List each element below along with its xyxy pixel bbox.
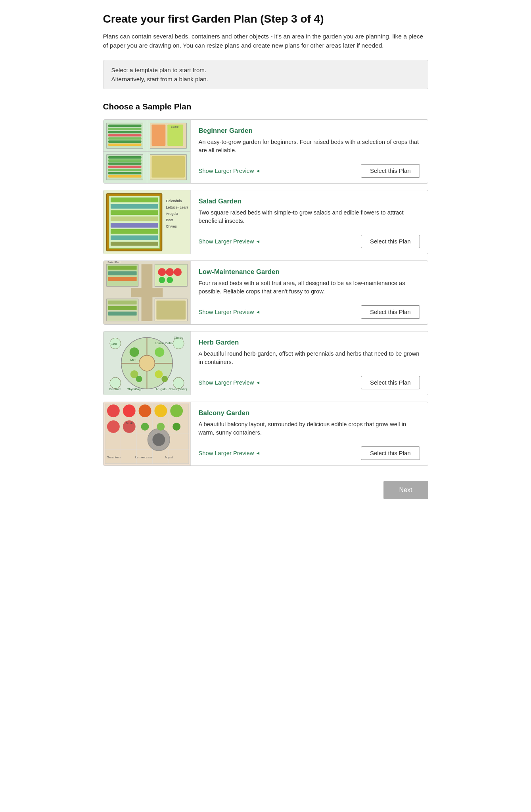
show-preview-lowmaint[interactable]: Show Larger Preview [199,309,261,315]
svg-point-50 [166,268,174,276]
svg-rect-23 [151,156,185,177]
svg-rect-21 [108,175,141,177]
show-preview-balcony[interactable]: Show Larger Preview [199,450,261,456]
plan-desc-beginner: An easy-to-grow garden for beginners. Fo… [199,138,420,155]
select-plan-beginner[interactable]: Select this Plan [361,164,420,178]
svg-text:Cilantro: Cilantro [174,336,183,339]
svg-text:Basil: Basil [125,421,132,425]
svg-rect-47 [108,277,136,281]
svg-text:Lettuce (Leaf): Lettuce (Leaf) [166,205,188,209]
plan-actions-beginner: Show Larger Preview Select this Plan [199,164,420,178]
svg-rect-30 [110,210,157,215]
svg-rect-10 [108,144,141,146]
plan-card-lowmaint: Salad Bed Low-Maintenance Garden Four ra… [103,260,428,325]
plan-thumbnail-salad: Calendula Lettuce (Leaf) Arugula Beet Ch… [104,190,191,254]
svg-rect-57 [108,311,136,315]
svg-point-103 [141,423,149,431]
plan-desc-herb: A beautiful round herb-garden, offset wi… [199,350,420,367]
info-line-1: Select a template plan to start from. [111,67,420,73]
plan-thumbnail-herb: Mint Lemon Balm Thyme Sage Arugula Basil [104,331,191,395]
plan-actions-salad: Show Larger Preview Select this Plan [199,235,420,248]
select-plan-balcony[interactable]: Select this Plan [361,446,420,460]
plan-thumbnail-beginner: Scale [104,120,191,183]
svg-rect-9 [108,140,141,143]
info-box: Select a template plan to start from. Al… [103,60,428,89]
svg-rect-45 [108,266,136,270]
svg-point-98 [170,404,183,417]
svg-rect-12 [151,124,165,146]
svg-rect-29 [110,204,157,209]
svg-rect-8 [108,137,141,140]
svg-point-97 [154,404,167,417]
next-button[interactable]: Next [383,481,428,499]
plan-title-balcony: Balcony Garden [199,409,420,417]
plan-thumbnail-balcony: Geranium Lemongrass Agast... Basil [104,402,191,465]
plan-actions-balcony: Show Larger Preview Select this Plan [199,446,420,460]
plan-content-balcony: Balcony Garden A beautiful balcony layou… [191,402,428,465]
svg-text:Chives (Garlic): Chives (Garlic) [169,387,187,391]
svg-rect-55 [108,300,136,304]
svg-point-71 [136,375,142,382]
select-plan-herb[interactable]: Select this Plan [361,376,420,389]
svg-text:Salad Bed: Salad Bed [107,261,120,264]
svg-text:Beet: Beet [166,218,173,222]
plan-title-herb: Herb Garden [199,339,420,347]
svg-rect-32 [110,223,157,228]
plan-title-beginner: Beginner Garden [199,127,420,135]
svg-rect-15 [108,156,141,158]
svg-point-80 [173,377,184,388]
show-preview-salad[interactable]: Show Larger Preview [199,238,261,245]
svg-point-68 [155,347,164,357]
svg-point-78 [173,338,184,349]
svg-text:Lemon Balm: Lemon Balm [155,341,173,345]
plan-content-herb: Herb Garden A beautiful round herb-garde… [191,331,428,395]
svg-rect-19 [108,169,141,171]
footer-bar: Next [103,477,428,499]
svg-rect-43 [141,264,152,321]
plan-title-lowmaint: Low-Maintenance Garden [199,268,420,276]
svg-rect-4 [108,124,141,127]
svg-text:Geranium: Geranium [106,455,120,459]
svg-point-51 [174,268,182,276]
intro-text: Plans can contain several beds, containe… [103,32,428,50]
svg-text:Arugula: Arugula [166,212,178,216]
svg-text:Basil: Basil [110,343,117,345]
info-line-2: Alternatively, start from a blank plan. [111,76,420,82]
show-preview-beginner[interactable]: Show Larger Preview [199,168,261,174]
svg-point-104 [157,423,165,431]
svg-rect-27 [109,196,159,248]
svg-rect-34 [110,235,157,240]
plan-desc-salad: Two square raised beds with simple-to gr… [199,209,420,226]
section-title: Choose a Sample Plan [103,102,428,111]
svg-rect-31 [110,216,157,221]
plan-content-salad: Salad Garden Two square raised beds with… [191,190,428,254]
plan-card-herb: Mint Lemon Balm Thyme Sage Arugula Basil [103,331,428,395]
svg-point-99 [107,420,119,433]
svg-point-49 [158,268,166,276]
svg-text:Calendula: Calendula [166,199,182,203]
svg-point-79 [109,377,121,388]
svg-rect-17 [108,162,141,165]
svg-point-102 [152,433,165,446]
plan-thumbnail-lowmaint: Salad Bed [104,261,191,324]
svg-point-65 [139,355,155,371]
svg-rect-7 [108,134,141,136]
plan-content-lowmaint: Low-Maintenance Garden Four raised beds … [191,261,428,324]
plan-content-beginner: Beginner Garden An easy-to-grow garden f… [191,120,428,183]
svg-point-94 [107,404,119,417]
svg-rect-18 [108,165,141,168]
svg-rect-5 [108,128,141,130]
plan-card-beginner: Scale Beginner Garden An easy-to-grow ga… [103,119,428,184]
svg-point-53 [167,277,173,283]
svg-point-52 [159,277,165,283]
plan-desc-lowmaint: Four raised beds with a soft fruit area,… [199,279,420,296]
select-plan-salad[interactable]: Select this Plan [361,235,420,248]
svg-text:Mint: Mint [130,358,136,362]
svg-rect-56 [108,306,136,310]
svg-rect-35 [110,241,157,245]
plan-desc-balcony: A beautiful balcony layout, surrounded b… [199,420,420,437]
show-preview-herb[interactable]: Show Larger Preview [199,379,261,386]
select-plan-lowmaint[interactable]: Select this Plan [361,305,420,319]
svg-rect-59 [156,300,186,319]
page-title: Create your first Garden Plan (Step 3 of… [103,13,428,25]
